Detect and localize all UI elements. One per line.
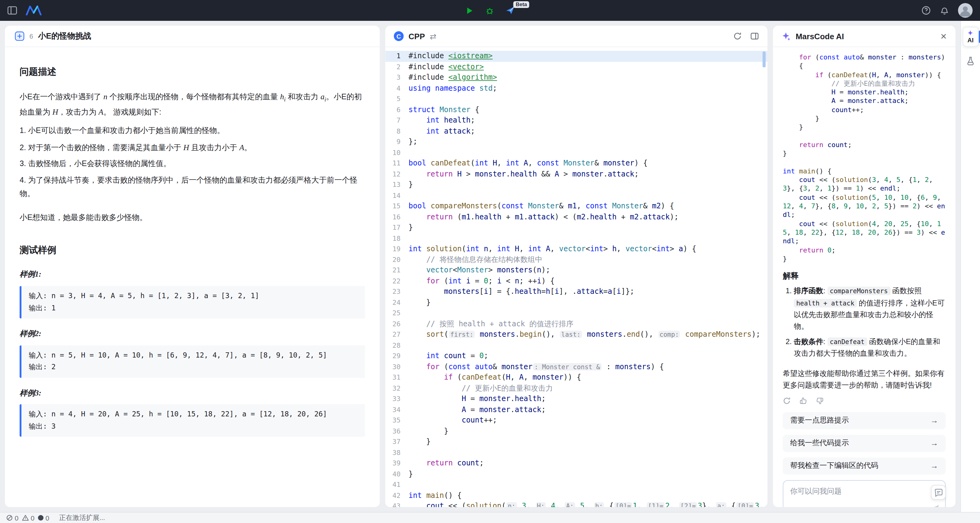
code-line[interactable]: 18 <box>385 233 768 244</box>
code-line[interactable]: 25 <box>385 308 768 319</box>
run-button[interactable] <box>465 6 474 15</box>
code-line[interactable]: 43 cout << (solution(n: 3, H: 4, A: 5, h… <box>385 501 768 507</box>
example-box: 输入: n = 5, H = 10, A = 10, h = [6, 9, 12… <box>20 345 365 377</box>
code-line[interactable]: 8 int attack; <box>385 126 768 137</box>
switch-language-icon[interactable]: ⇄ <box>430 32 436 41</box>
problem-panel-header: 6 小E的怪物挑战 <box>5 26 380 47</box>
explanation-item: 排序函数: compareMonsters 函数按照 health + atta… <box>794 286 946 333</box>
regenerate-icon[interactable] <box>783 396 791 404</box>
example-label: 样例3: <box>20 386 365 400</box>
suggestion-button[interactable]: 帮我检查一下编辑区的代码→ <box>783 457 946 474</box>
marscode-logo[interactable] <box>26 5 42 15</box>
code-line[interactable]: 27 sort(first: monsters.begin(), last: m… <box>385 329 768 340</box>
thumbs-up-icon[interactable] <box>799 396 807 404</box>
code-line[interactable]: 22 for (int i = 0; i < n; ++i) { <box>385 276 768 286</box>
help-icon[interactable] <box>921 5 931 15</box>
port-icon <box>38 515 43 521</box>
code-line[interactable]: 2#include <vector> <box>385 62 768 72</box>
code-line[interactable]: 16 return (m1.health + m1.attack) < (m2.… <box>385 212 768 223</box>
code-line[interactable]: 7 int health; <box>385 115 768 126</box>
code-line[interactable]: 14 <box>385 190 768 201</box>
thumbs-down-icon[interactable] <box>816 396 824 404</box>
code-line[interactable]: 20 // 将怪物信息存储在结构体数组中 <box>385 254 768 265</box>
rail-flask-button[interactable] <box>963 54 978 68</box>
notifications-bell-icon[interactable] <box>940 5 949 15</box>
code-line[interactable]: 9}; <box>385 137 768 147</box>
code-line[interactable]: 36 } <box>385 426 768 437</box>
beta-badge: Beta <box>513 1 529 8</box>
arrow-right-icon: → <box>931 439 938 448</box>
chat-input-box <box>783 480 946 507</box>
code-line[interactable]: 13} <box>385 180 768 190</box>
port-count[interactable]: 0 <box>38 514 49 521</box>
code-line[interactable]: 29 int count = 0; <box>385 351 768 361</box>
example-input: 输入: n = 3, H = 4, A = 5, h = [1, 2, 3], … <box>29 290 358 302</box>
ai-closing-text: 希望这些修改能帮助你通过第三个样例。如果你有更多问题或需要进一步的帮助，请随时告… <box>783 368 946 392</box>
code-line[interactable]: 42int main() { <box>385 490 768 501</box>
arrow-right-icon: → <box>931 416 938 425</box>
code-line[interactable]: 32 // 更新小E的血量和攻击力 <box>385 383 768 394</box>
problem-title: 小E的怪物挑战 <box>38 31 91 42</box>
cpp-language-icon: C <box>394 31 404 41</box>
sidebar-toggle-icon[interactable] <box>7 6 17 15</box>
code-line[interactable]: 24 } <box>385 297 768 308</box>
code-line[interactable]: 6struct Monster { <box>385 105 768 115</box>
error-count[interactable]: 0 <box>6 514 18 521</box>
send-icon[interactable] <box>931 503 940 507</box>
rule-item: 2. 对于第一个击败的怪物，需要满足其血量小于 H 且攻击力小于 A。 <box>20 140 365 155</box>
code-line[interactable]: 1#include <iostream> <box>385 51 768 62</box>
warning-count[interactable]: 0 <box>22 514 34 521</box>
code-line[interactable]: 12 return H > monster.health && A > mons… <box>385 169 768 180</box>
debug-button[interactable] <box>485 6 495 15</box>
code-line[interactable]: 11bool canDefeat(int H, int A, const Mon… <box>385 158 768 169</box>
suggestion-button[interactable]: 给我一些代码提示→ <box>783 434 946 451</box>
code-line[interactable]: 3#include <algorithm> <box>385 72 768 83</box>
example-input: 输入: n = 4, H = 20, A = 25, h = [10, 15, … <box>29 409 358 421</box>
code-line[interactable]: 40} <box>385 469 768 480</box>
problem-panel: 6 小E的怪物挑战 问题描述 小E在一个游戏中遇到了 n 个按顺序出现的怪物，每… <box>5 26 380 507</box>
code-editor[interactable]: 1#include <iostream>2#include <vector>3#… <box>385 47 768 507</box>
code-line[interactable]: 17} <box>385 223 768 233</box>
code-line[interactable]: 30 for (const auto& monster: Monster con… <box>385 361 768 372</box>
code-line[interactable]: 35 count++; <box>385 415 768 426</box>
rule-item: 3. 击败怪物后，小E会获得该怪物的属性值。 <box>20 157 365 171</box>
code-line[interactable]: 34 A = monster.attack; <box>385 404 768 415</box>
code-line[interactable]: 26 // 按照 health + attack 的值进行排序 <box>385 319 768 329</box>
example-box: 输入: n = 3, H = 4, A = 5, h = [1, 2, 3], … <box>20 286 365 318</box>
code-line[interactable]: 38 <box>385 447 768 458</box>
flask-icon <box>966 56 975 65</box>
close-icon[interactable]: ✕ <box>940 32 947 41</box>
code-line[interactable]: 21 vector<Monster> monsters(n); <box>385 265 768 276</box>
example-label: 样例1: <box>20 268 365 281</box>
code-line[interactable]: 37 } <box>385 437 768 447</box>
code-line[interactable]: 41 <box>385 480 768 490</box>
code-line[interactable]: 4using namespace std; <box>385 83 768 94</box>
user-avatar[interactable] <box>958 3 973 18</box>
code-line[interactable]: 19int solution(int n, int H, int A, vect… <box>385 244 768 254</box>
rail-ai-label: AI <box>967 37 974 43</box>
problem-intro: 小E在一个游戏中遇到了 n 个按顺序出现的怪物，每个怪物都有其特定的血量 hi … <box>20 89 365 119</box>
chat-input[interactable] <box>783 480 945 507</box>
problem-body: 问题描述 小E在一个游戏中遇到了 n 个按顺序出现的怪物，每个怪物都有其特定的血… <box>5 47 380 447</box>
code-line[interactable]: 10 <box>385 147 768 158</box>
problem-number: 6 <box>29 32 33 40</box>
code-line[interactable]: 31 if (canDefeat(H, A, monster)) { <box>385 372 768 383</box>
example-list: 样例1:输入: n = 3, H = 4, A = 5, h = [1, 2, … <box>20 268 365 437</box>
ai-panel-body: for (const auto& monster : monsters) { i… <box>773 47 956 507</box>
code-line[interactable]: 33 H = monster.health; <box>385 394 768 404</box>
description-heading: 问题描述 <box>20 63 365 79</box>
layout-icon[interactable] <box>750 32 759 40</box>
rail-ai-button[interactable]: AI <box>963 27 978 46</box>
reset-code-icon[interactable] <box>733 32 742 40</box>
scrollbar-marker[interactable] <box>762 51 765 67</box>
code-line[interactable]: 15bool compareMonsters(const Monster& m1… <box>385 201 768 212</box>
sparkle-icon <box>781 32 791 41</box>
code-line[interactable]: 28 <box>385 340 768 351</box>
language-tab[interactable]: CPP <box>409 32 425 41</box>
suggestion-button[interactable]: 需要一点思路提示→ <box>783 412 946 429</box>
code-line[interactable]: 23 monsters[i] = {.health=h[i], .attack=… <box>385 286 768 297</box>
code-line[interactable]: 39 return count; <box>385 458 768 469</box>
code-line[interactable]: 5 <box>385 94 768 105</box>
chat-bubble-icon[interactable] <box>931 485 946 500</box>
rocket-button[interactable]: Beta <box>505 5 515 15</box>
